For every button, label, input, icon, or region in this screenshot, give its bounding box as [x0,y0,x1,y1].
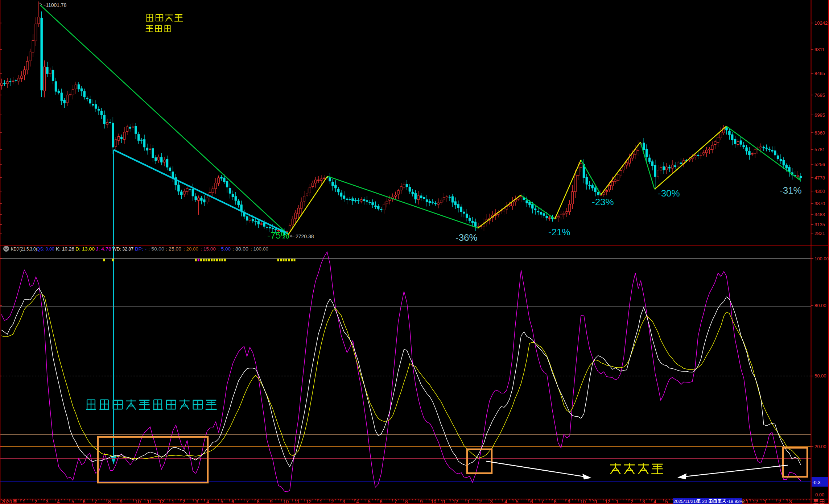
svg-text:2: 2 [479,499,482,504]
svg-text:3870: 3870 [814,201,825,206]
svg-text:8: 8 [257,499,260,504]
svg-text:7: 7 [541,499,544,504]
svg-text:6360: 6360 [814,130,825,136]
svg-text:10: 10 [135,499,141,504]
svg-text:8: 8 [554,499,557,504]
svg-text:9: 9 [120,499,123,504]
svg-text:J: 4.78: J: 4.78 [96,247,111,252]
svg-text:3: 3 [642,499,645,504]
svg-text:11: 11 [743,499,748,504]
svg-text:9: 9 [568,499,570,504]
svg-text:WD: 32.87: WD: 32.87 [112,247,133,252]
svg-text:3: 3 [46,499,49,504]
svg-text:4300: 4300 [814,189,825,194]
svg-text:: 15.00: : 15.00 [201,247,216,252]
svg-text:-21%: -21% [548,227,570,237]
svg-text:9: 9 [270,499,273,504]
svg-text:7695: 7695 [814,92,825,98]
svg-text:6: 6 [380,499,383,504]
svg-text:12: 12 [159,499,164,504]
svg-text:: 100.00: : 100.00 [251,247,268,252]
svg-text:D: 13.00: D: 13.00 [75,247,95,252]
svg-text:1: 1 [764,499,767,504]
svg-text:6: 6 [530,499,533,504]
svg-text:-36%: -36% [455,232,478,243]
svg-text:: 20.00: : 20.00 [183,247,198,252]
svg-text:2: 2 [778,499,781,504]
svg-text:2025/11/21/: 2025/11/21/ [673,499,697,504]
svg-text:2020: 2020 [1,499,12,504]
svg-text:-30%: -30% [658,188,680,199]
svg-text:KDJ'(21,5,3,0): KDJ'(21,5,3,0) [11,247,37,252]
svg-text:-31%: -31% [780,185,802,196]
svg-text:-23%: -23% [592,197,614,207]
svg-text:2720.38: 2720.38 [296,234,314,239]
svg-text:9311: 9311 [814,47,825,52]
svg-text:1: 1 [467,499,470,504]
svg-text:11: 11 [593,499,598,504]
svg-text:7: 7 [246,499,249,504]
svg-text:100.00: 100.00 [814,256,829,261]
svg-text:4778: 4778 [814,175,825,181]
svg-text:5: 5 [71,499,74,504]
svg-text:BP: -: BP: - [135,247,147,252]
svg-text:12: 12 [752,499,758,504]
svg-text:4: 4 [504,499,507,504]
svg-text:4: 4 [57,499,60,504]
svg-text:3: 3 [789,499,792,504]
svg-text:3135: 3135 [814,222,825,227]
svg-text:2821: 2821 [814,231,825,236]
svg-text:10: 10 [431,499,436,504]
svg-text:2: 2 [182,499,185,504]
svg-text:7: 7 [94,499,97,504]
svg-text:20.00: 20.00 [814,444,826,449]
svg-text:12: 12 [306,499,312,504]
svg-text:4: 4 [356,499,359,504]
svg-text:4: 4 [653,499,656,504]
svg-text:K: 10.26: K: 10.26 [56,247,74,252]
svg-text:: 5.00: : 5.00 [218,247,231,252]
svg-text:10: 10 [580,499,586,504]
svg-text:3483: 3483 [814,212,825,217]
svg-text:6: 6 [231,499,234,504]
svg-text:3: 3 [195,499,198,504]
svg-text:5: 5 [220,499,223,504]
svg-text:1: 1 [319,499,322,504]
svg-text:: 50.00: : 50.00 [148,247,164,252]
svg-text:3: 3 [490,499,493,504]
svg-text:6995: 6995 [814,112,825,118]
svg-text:5256: 5256 [814,162,825,167]
svg-text:2: 2 [34,499,37,504]
svg-text:5: 5 [368,499,371,504]
svg-text:-0.3: -0.3 [812,480,820,485]
svg-text:11: 11 [294,499,300,504]
svg-text:4: 4 [206,499,209,504]
svg-text:8: 8 [405,499,408,504]
svg-text:2: 2 [331,499,334,504]
svg-text:9: 9 [420,499,423,504]
svg-text:5: 5 [665,499,668,504]
svg-text:8465: 8465 [814,71,825,76]
svg-text:12: 12 [453,499,458,504]
svg-text:-19.93%: -19.93% [727,499,744,504]
svg-text:11: 11 [147,499,152,504]
svg-text:11: 11 [441,499,446,504]
svg-text:0.00: 0.00 [815,492,824,497]
svg-text:2: 2 [631,499,634,504]
svg-text:10: 10 [283,499,289,504]
svg-text:10242: 10242 [814,20,828,26]
svg-text:5781: 5781 [814,147,825,152]
svg-text:8: 8 [108,499,111,504]
svg-text:-75%: -75% [267,230,289,241]
svg-text:3: 3 [342,499,345,504]
svg-text:1: 1 [22,499,25,504]
svg-text:1: 1 [616,499,619,504]
svg-text:80.00: 80.00 [814,303,826,308]
svg-text:50.00: 50.00 [814,373,826,379]
svg-text:~11001.78: ~11001.78 [43,2,67,8]
svg-text:: 80.00: : 80.00 [232,247,248,252]
svg-text:1: 1 [172,499,174,504]
svg-text:6: 6 [83,499,86,504]
svg-text:20: 20 [702,499,707,504]
svg-text:5: 5 [516,499,519,504]
